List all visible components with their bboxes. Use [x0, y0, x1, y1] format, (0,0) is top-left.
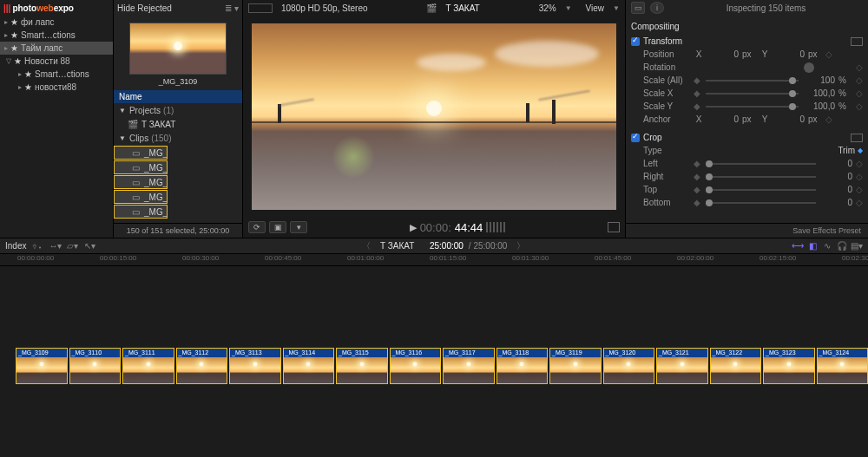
sidebar-item[interactable]: ▸★фи лапс — [0, 16, 113, 29]
param-slider[interactable] — [706, 163, 816, 165]
crop-type-value[interactable]: Trim — [838, 146, 855, 155]
browser-column-header[interactable]: Name — [114, 90, 242, 103]
timeline-clip[interactable]: _MG_3116 — [390, 348, 442, 384]
keyframe-icon[interactable]: ◆ — [694, 185, 700, 194]
inspector-video-tab[interactable]: ▭ — [631, 2, 645, 14]
viewer-zoom[interactable]: 32% — [539, 3, 556, 13]
disclosure-triangle-icon[interactable]: ▼ — [119, 107, 126, 114]
browser-clip-row[interactable]: ▭_MG_3110 — [114, 160, 168, 174]
keyframe-icon[interactable]: ◇ — [856, 101, 863, 111]
timeline-area[interactable]: _MG_3109_MG_3110_MG_3111_MG_3112_MG_3113… — [0, 266, 868, 457]
browser-clip-row[interactable]: ▭_MG_3109 — [114, 146, 168, 160]
timeline-clip[interactable]: _MG_3118 — [496, 348, 549, 384]
timeline-clip[interactable]: _MG_3119 — [549, 348, 602, 384]
keyframe-icon[interactable]: ◆ — [694, 101, 700, 111]
rotation-dial-icon[interactable] — [804, 62, 814, 73]
crop-row[interactable]: Crop — [631, 131, 863, 144]
timeline-clip[interactable]: _MG_3121 — [656, 348, 708, 384]
timeline-clip[interactable]: _MG_3120 — [603, 348, 655, 384]
keyframe-icon[interactable]: ◆ — [694, 75, 700, 85]
sidebar-item[interactable]: ▽★Новости 88 — [0, 55, 113, 68]
inspector-param-row[interactable]: Scale X◆100,0%◇ — [631, 87, 863, 100]
param-slider[interactable] — [706, 93, 799, 95]
save-effects-preset[interactable]: Save Effects Preset — [626, 223, 868, 238]
timeline-clip[interactable]: _MG_3123 — [763, 348, 815, 384]
tool-position-icon[interactable]: ↔▾ — [49, 241, 61, 251]
transform-reset-icon[interactable] — [851, 37, 863, 46]
viewer-view-menu[interactable]: View — [586, 3, 605, 13]
skim-button[interactable]: ◧ — [806, 241, 819, 251]
param-value[interactable]: 0 — [821, 172, 852, 181]
browser-thumb[interactable] — [114, 16, 242, 75]
solo-button[interactable]: 🎧 — [836, 241, 848, 251]
keyframe-icon[interactable]: ◆ — [694, 159, 700, 168]
disclosure-triangle-icon[interactable]: ▽ — [6, 57, 11, 65]
keyframe-icon[interactable]: ◇ — [856, 172, 863, 181]
param-slider[interactable] — [706, 80, 799, 82]
inspector-param-row[interactable]: Scale (All)◆100%◇ — [631, 74, 863, 87]
inspector-param-row[interactable]: Left◆0◇ — [631, 157, 863, 170]
chevron-updown-icon[interactable]: ◆ — [858, 147, 863, 154]
timeline-index-button[interactable]: Index — [5, 241, 26, 251]
inspector-param-row[interactable]: AnchorX0pxY0px◇ — [631, 113, 863, 126]
timeline-clip[interactable]: _MG_3117 — [443, 348, 495, 384]
aspect-icon[interactable] — [248, 3, 273, 13]
inspector-param-row[interactable]: Rotation◇ — [631, 61, 863, 74]
crop-reset-icon[interactable] — [851, 134, 863, 142]
keyframe-icon[interactable]: ◆ — [694, 88, 700, 98]
disclosure-triangle-icon[interactable]: ▼ — [119, 134, 126, 142]
keyframe-icon[interactable]: ◇ — [825, 49, 832, 59]
tool-arrow-icon[interactable]: ↖▾ — [83, 241, 95, 251]
keyframe-icon[interactable]: ◇ — [825, 114, 832, 124]
inspector-param-row[interactable]: Bottom◆0◇ — [631, 196, 863, 209]
timeline-fwd-button[interactable]: 〉 — [512, 240, 529, 252]
timeline-clip[interactable]: _MG_3113 — [229, 348, 281, 384]
keyframe-icon[interactable]: ◇ — [856, 185, 863, 194]
timeline-clip[interactable]: _MG_3112 — [176, 348, 228, 384]
checkbox-on-icon[interactable] — [631, 134, 640, 142]
param-slider[interactable] — [706, 176, 816, 178]
hide-rejected-toggle[interactable]: Hide Rejected — [117, 3, 172, 13]
param-y-value[interactable]: 0 — [773, 114, 805, 124]
crop-type-row[interactable]: Type Trim◆ — [631, 144, 863, 157]
timeline-clip[interactable]: _MG_3111 — [122, 348, 174, 384]
sidebar-item[interactable]: ▸★Smart…ctions — [0, 29, 113, 42]
clips-group[interactable]: ▼ Clips (150) — [114, 131, 242, 145]
tool-select-icon[interactable]: ▱▾ — [66, 241, 78, 251]
param-x-value[interactable]: 0 — [707, 49, 739, 59]
keyframe-icon[interactable]: ◆ — [694, 172, 700, 181]
timeline-settings-icon[interactable]: ▤▾ — [851, 241, 863, 251]
tool-trim-icon[interactable]: ⎀▾ — [31, 241, 43, 251]
checkbox-on-icon[interactable] — [631, 37, 640, 46]
browser-clip-row[interactable]: ▭_MG_3111 — [114, 175, 168, 189]
inspector-info-tab[interactable]: i — [650, 2, 664, 14]
filter-icon[interactable]: ≣ ▾ — [225, 3, 239, 13]
play-icon[interactable]: ▶ — [410, 222, 417, 233]
param-value[interactable]: 0 — [821, 159, 852, 168]
transform-row[interactable]: Transform — [631, 35, 863, 48]
audio-skim-button[interactable]: ∿ — [821, 241, 833, 251]
keyframe-icon[interactable]: ◇ — [856, 62, 863, 72]
timeline-clip[interactable]: _MG_3114 — [283, 348, 335, 384]
timeline-clip[interactable]: _MG_3115 — [336, 348, 388, 384]
param-value[interactable]: 100,0 — [804, 88, 835, 98]
browser-list[interactable]: ▼ Projects (1) 🎬 T ЗАКАТ ▼ Clips (150) ▭… — [114, 103, 242, 223]
param-x-value[interactable]: 0 — [707, 114, 739, 124]
project-item[interactable]: 🎬 T ЗАКАТ — [114, 117, 242, 131]
timeline-back-button[interactable]: 〈 — [358, 240, 375, 252]
param-value[interactable]: 0 — [821, 198, 852, 207]
sidebar-item[interactable]: ▸★Smart…ctions — [0, 68, 113, 81]
viewer-canvas[interactable] — [252, 23, 616, 210]
chevron-down-icon[interactable]: ▼ — [613, 4, 620, 12]
keyframe-icon[interactable]: ◇ — [856, 75, 863, 85]
tool-button[interactable]: ▣ — [269, 221, 286, 233]
viewer-timecode[interactable]: ▶ 00:00:44:44 — [410, 221, 506, 234]
param-value[interactable]: 0 — [821, 185, 852, 194]
inspector-param-row[interactable]: Scale Y◆100,0%◇ — [631, 100, 863, 113]
timeline-clip[interactable]: _MG_3122 — [710, 348, 762, 384]
timeline-clip[interactable]: _MG_3110 — [69, 348, 122, 384]
keyframe-icon[interactable]: ◇ — [856, 198, 863, 207]
param-slider[interactable] — [706, 189, 816, 191]
projects-group[interactable]: ▼ Projects (1) — [114, 103, 242, 117]
keyframe-icon[interactable]: ◇ — [856, 88, 863, 98]
